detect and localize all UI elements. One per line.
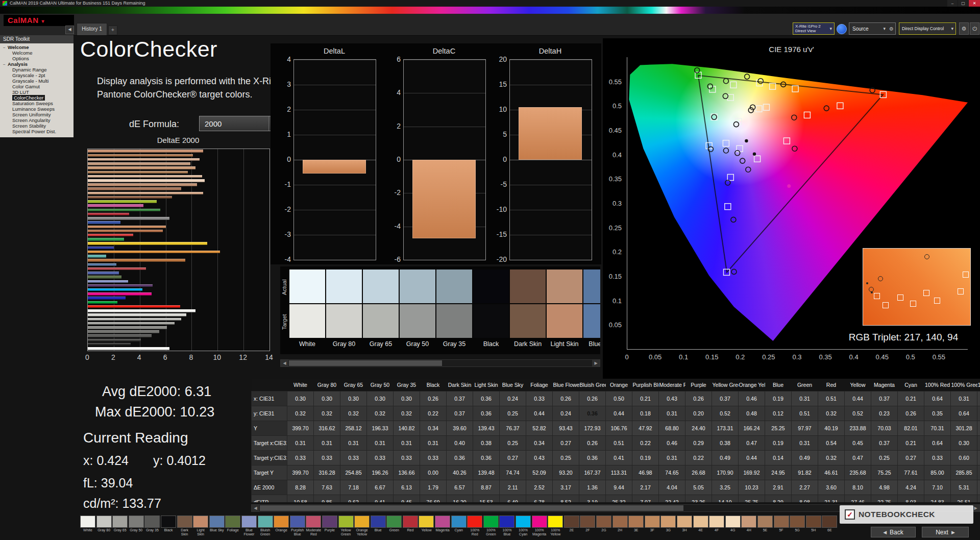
patch-swatch-item[interactable]: Orange <box>274 516 289 536</box>
patch-swatch-item[interactable]: Blue Sky <box>209 516 225 536</box>
patch-swatch-item[interactable]: 100% Blue <box>499 516 514 536</box>
axis-tick-label: 2 <box>274 105 291 113</box>
patch-swatch-item[interactable]: Purplish Blue <box>290 516 305 536</box>
table-cell: 0.33 <box>394 451 420 465</box>
patch-swatch-item[interactable]: Magenta <box>435 516 450 536</box>
minimize-button[interactable]: – <box>947 0 958 7</box>
sidebar-item-analysis[interactable]: −Analysis <box>0 61 74 67</box>
patch-swatch-item[interactable]: Cyan <box>451 516 467 536</box>
patch-swatch-item[interactable]: 5G <box>790 516 805 536</box>
patch-swatch-item[interactable]: 6E <box>822 516 837 536</box>
patch-swatch-item[interactable]: 4E <box>693 516 708 536</box>
patch-swatch-item[interactable]: 5E <box>757 516 773 536</box>
sidebar-item-3d-lut[interactable]: 3D LUT <box>0 89 74 95</box>
selected-cell[interactable]: 0.36 <box>579 406 606 421</box>
patch-swatch-item[interactable]: 3E <box>628 516 644 536</box>
patch-swatch-item[interactable]: 2H <box>612 516 628 536</box>
axis-tick-label: 4 <box>274 55 291 63</box>
patch-swatch-item[interactable]: Gray 80 <box>96 516 112 536</box>
sidebar-item-luminance-sweeps[interactable]: Luminance Sweeps <box>0 106 74 112</box>
patch-swatch-item[interactable]: 100% Cyan <box>516 516 531 536</box>
scroll-right-icon[interactable]: ▶ <box>592 360 600 366</box>
source-dropdown[interactable]: Source ▾ ⚙ <box>849 22 896 35</box>
patch-swatch-item[interactable]: 5H <box>806 516 821 536</box>
sidebar-item-spectral-power-dist-[interactable]: Spectral Power Dist. <box>0 129 74 134</box>
patch-swatch-item[interactable]: 3F <box>645 516 660 536</box>
patch-swatch-item[interactable]: White <box>80 516 95 536</box>
table-cell: 0.31 <box>367 436 394 451</box>
add-tab-button[interactable]: + <box>108 26 117 35</box>
back-button[interactable]: ◀ Back <box>871 527 916 537</box>
patch-swatch-item[interactable]: Black <box>161 516 176 536</box>
sidebar-item-colorchecker[interactable]: ColorChecker <box>0 95 74 101</box>
patch-swatch-item[interactable]: Blue Flower <box>241 516 257 536</box>
patch-swatch-item[interactable]: 4H <box>741 516 756 536</box>
meter-dropdown[interactable]: X-Rite i1Pro 2Direct View ▾ <box>793 22 835 35</box>
tree-collapse-icon[interactable]: − <box>3 45 8 50</box>
patch-swatch-item[interactable]: 2G <box>596 516 611 536</box>
de-formula-select[interactable]: 2000 ▾ <box>199 116 282 131</box>
patch-swatch-item[interactable]: Yellow <box>419 516 434 536</box>
patch-swatch-item[interactable]: 4F <box>709 516 724 536</box>
patch-swatch-item[interactable]: Yellow Green <box>338 516 354 536</box>
patch-swatch-item[interactable]: 5F <box>774 516 789 536</box>
sidebar-collapse-button[interactable]: ◀ <box>65 26 74 34</box>
patch-swatch-item[interactable]: 100% Red <box>467 516 482 536</box>
patch-swatch-color <box>96 516 112 528</box>
close-button[interactable]: ✕ <box>969 0 980 7</box>
axis-tick-label: 6 <box>384 55 401 63</box>
scrollbar-thumb[interactable] <box>289 360 442 366</box>
meter-name: X-Rite i1Pro 2 <box>795 24 821 29</box>
patch-swatch-item[interactable]: Blue <box>371 516 386 536</box>
gear-icon[interactable]: ⚙ <box>888 26 895 32</box>
patch-swatch-item[interactable]: Red <box>403 516 418 536</box>
sidebar-item-color-gamut[interactable]: Color Gamut <box>0 84 74 89</box>
next-button[interactable]: Next ▶ <box>922 527 969 537</box>
sidebar-item-grayscale-2pt[interactable]: Grayscale - 2pt <box>0 72 74 78</box>
patch-swatch-item[interactable]: 100% Green <box>483 516 499 536</box>
patch-swatch-item[interactable]: 3G <box>660 516 676 536</box>
sidebar-item-options[interactable]: Options <box>0 56 74 61</box>
patch-swatch-item[interactable]: 4G <box>725 516 741 536</box>
patch-strip-scrollbar[interactable]: ◀ ▶ <box>280 359 600 367</box>
patch-swatch-item[interactable]: 100% Yellow <box>548 516 563 536</box>
settings-gear-button[interactable]: ⚙ <box>959 22 969 35</box>
sidebar-item-dynamic-range[interactable]: Dynamic Range <box>0 67 74 72</box>
tab-history-1[interactable]: History 1 <box>77 23 107 35</box>
maximize-button[interactable]: ▢ <box>958 0 968 7</box>
patch-swatch-item[interactable]: Foliage <box>225 516 240 536</box>
table-cell: 10.58 <box>287 495 314 503</box>
table-cell: 140.82 <box>394 421 420 436</box>
patch-swatch-color <box>258 516 273 528</box>
sidebar-item-screen-uniformity[interactable]: Screen Uniformity <box>0 112 74 117</box>
sidebar-item-grayscale-multi[interactable]: Grayscale - Multi <box>0 78 74 84</box>
patch-swatch-item[interactable]: Light Skin <box>193 516 208 536</box>
patch-swatch-item[interactable]: Purple <box>322 516 337 536</box>
sidebar-item-welcome[interactable]: Welcome <box>0 50 74 56</box>
patch-swatch-item[interactable]: 2E <box>564 516 579 536</box>
patch-swatch-item[interactable]: Bluish Green <box>258 516 273 536</box>
patch-swatch-item[interactable]: 2F <box>580 516 595 536</box>
patch-swatch-item[interactable]: 3H <box>677 516 692 536</box>
table-cell: 0.32 <box>394 406 420 421</box>
calman-logo[interactable]: CalMAN▾ <box>4 15 74 26</box>
patch-swatch-item[interactable]: Green <box>386 516 402 536</box>
display-control-dropdown[interactable]: Direct Display Control ▾ <box>899 22 956 35</box>
power-button[interactable]: ⏻ <box>970 22 979 35</box>
meter-mode: Direct View <box>795 29 821 33</box>
scrollbar-thumb[interactable] <box>260 505 683 511</box>
sidebar-item-welcome[interactable]: −Welcome <box>0 44 74 50</box>
tree-collapse-icon[interactable]: − <box>3 62 8 67</box>
patch-swatch-item[interactable]: Gray 50 <box>129 516 144 536</box>
patch-swatch-item[interactable]: Gray 65 <box>112 516 128 536</box>
scroll-left-icon[interactable]: ◀ <box>281 360 288 366</box>
patch-swatch-item[interactable]: Moderate Red <box>306 516 321 536</box>
sidebar-item-screen-stability[interactable]: Screen Stability <box>0 123 74 129</box>
sidebar-item-saturation-sweeps[interactable]: Saturation Sweeps <box>0 101 74 106</box>
patch-swatch-item[interactable]: 100% Magenta <box>532 516 547 536</box>
patch-swatch-item[interactable]: Gray 35 <box>144 516 160 536</box>
scroll-left-icon[interactable]: ◀ <box>252 505 259 511</box>
patch-swatch-item[interactable]: Dark Skin <box>177 516 192 536</box>
patch-swatch-item[interactable]: Orange Yellow <box>354 516 370 536</box>
sidebar-item-screen-angularity[interactable]: Screen Angularity <box>0 117 74 123</box>
